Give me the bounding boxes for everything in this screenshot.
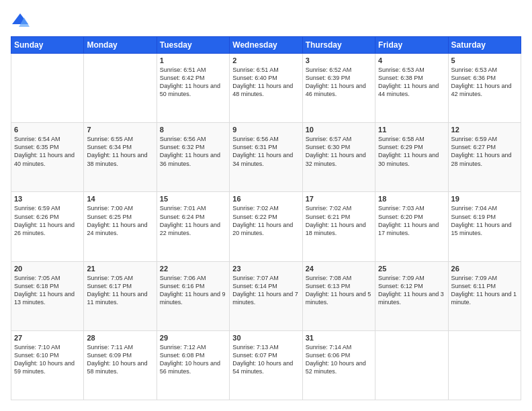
day-number: 28 <box>87 334 153 342</box>
day-number: 30 <box>232 334 299 342</box>
day-number: 1 <box>160 56 226 64</box>
calendar-header: SundayMondayTuesdayWednesdayThursdayFrid… <box>11 37 521 54</box>
calendar-cell: 20Sunrise: 7:05 AMSunset: 6:18 PMDayligh… <box>11 261 84 330</box>
day-number: 26 <box>451 265 518 273</box>
cell-info: Sunrise: 6:59 AMSunset: 6:27 PMDaylight:… <box>451 135 518 168</box>
cell-info: Sunrise: 7:09 AMSunset: 6:12 PMDaylight:… <box>378 274 445 307</box>
calendar-cell: 3Sunrise: 6:52 AMSunset: 6:39 PMDaylight… <box>302 54 375 123</box>
cell-info: Sunrise: 6:57 AMSunset: 6:30 PMDaylight:… <box>306 135 372 168</box>
calendar-cell: 24Sunrise: 7:08 AMSunset: 6:13 PMDayligh… <box>302 261 375 330</box>
cell-info: Sunrise: 6:58 AMSunset: 6:29 PMDaylight:… <box>378 135 445 168</box>
day-number: 8 <box>160 126 226 134</box>
calendar-cell: 31Sunrise: 7:14 AMSunset: 6:06 PMDayligh… <box>302 330 375 400</box>
day-number: 31 <box>306 334 372 342</box>
calendar-cell: 8Sunrise: 6:56 AMSunset: 6:32 PMDaylight… <box>157 123 229 192</box>
day-number: 18 <box>378 195 445 203</box>
day-number: 10 <box>306 126 372 134</box>
cell-info: Sunrise: 6:53 AMSunset: 6:38 PMDaylight:… <box>378 66 445 99</box>
cell-info: Sunrise: 7:13 AMSunset: 6:07 PMDaylight:… <box>232 343 299 376</box>
calendar-cell: 25Sunrise: 7:09 AMSunset: 6:12 PMDayligh… <box>375 261 448 330</box>
page: SundayMondayTuesdayWednesdayThursdayFrid… <box>0 0 532 411</box>
cell-info: Sunrise: 6:56 AMSunset: 6:31 PMDaylight:… <box>232 135 299 168</box>
calendar-cell: 18Sunrise: 7:03 AMSunset: 6:20 PMDayligh… <box>375 192 448 261</box>
day-number: 17 <box>306 195 372 203</box>
week-row-3: 13Sunrise: 6:59 AMSunset: 6:26 PMDayligh… <box>11 192 521 261</box>
calendar-cell: 30Sunrise: 7:13 AMSunset: 6:07 PMDayligh… <box>230 330 302 400</box>
calendar-cell <box>11 54 84 123</box>
cell-info: Sunrise: 7:02 AMSunset: 6:22 PMDaylight:… <box>232 204 299 237</box>
weekday-header-row: SundayMondayTuesdayWednesdayThursdayFrid… <box>11 37 521 54</box>
calendar-cell: 27Sunrise: 7:10 AMSunset: 6:10 PMDayligh… <box>11 330 84 400</box>
cell-info: Sunrise: 7:00 AMSunset: 6:25 PMDaylight:… <box>87 204 153 237</box>
calendar-cell: 1Sunrise: 6:51 AMSunset: 6:42 PMDaylight… <box>157 54 229 123</box>
cell-info: Sunrise: 7:12 AMSunset: 6:08 PMDaylight:… <box>160 343 226 376</box>
cell-info: Sunrise: 7:10 AMSunset: 6:10 PMDaylight:… <box>14 343 81 376</box>
day-number: 14 <box>87 195 153 203</box>
calendar-cell: 28Sunrise: 7:11 AMSunset: 6:09 PMDayligh… <box>84 330 157 400</box>
calendar-cell: 7Sunrise: 6:55 AMSunset: 6:34 PMDaylight… <box>84 123 157 192</box>
cell-info: Sunrise: 7:06 AMSunset: 6:16 PMDaylight:… <box>160 274 226 307</box>
weekday-header-sunday: Sunday <box>11 37 84 54</box>
day-number: 4 <box>378 56 445 64</box>
calendar-cell: 13Sunrise: 6:59 AMSunset: 6:26 PMDayligh… <box>11 192 84 261</box>
calendar-cell <box>448 330 521 400</box>
cell-info: Sunrise: 7:03 AMSunset: 6:20 PMDaylight:… <box>378 204 445 237</box>
weekday-header-friday: Friday <box>375 37 448 54</box>
weekday-header-monday: Monday <box>84 37 157 54</box>
calendar-cell: 21Sunrise: 7:05 AMSunset: 6:17 PMDayligh… <box>84 261 157 330</box>
calendar-cell: 23Sunrise: 7:07 AMSunset: 6:14 PMDayligh… <box>230 261 302 330</box>
calendar-cell: 9Sunrise: 6:56 AMSunset: 6:31 PMDaylight… <box>230 123 302 192</box>
weekday-header-thursday: Thursday <box>302 37 375 54</box>
weekday-header-saturday: Saturday <box>448 37 521 54</box>
calendar-cell <box>375 330 448 400</box>
calendar-cell: 11Sunrise: 6:58 AMSunset: 6:29 PMDayligh… <box>375 123 448 192</box>
calendar-cell: 10Sunrise: 6:57 AMSunset: 6:30 PMDayligh… <box>302 123 375 192</box>
week-row-4: 20Sunrise: 7:05 AMSunset: 6:18 PMDayligh… <box>11 261 521 330</box>
calendar-cell: 17Sunrise: 7:02 AMSunset: 6:21 PMDayligh… <box>302 192 375 261</box>
week-row-1: 1Sunrise: 6:51 AMSunset: 6:42 PMDaylight… <box>11 54 521 123</box>
calendar-cell: 22Sunrise: 7:06 AMSunset: 6:16 PMDayligh… <box>157 261 229 330</box>
calendar-cell: 6Sunrise: 6:54 AMSunset: 6:35 PMDaylight… <box>11 123 84 192</box>
cell-info: Sunrise: 6:51 AMSunset: 6:42 PMDaylight:… <box>160 66 226 99</box>
day-number: 23 <box>232 265 299 273</box>
cell-info: Sunrise: 6:52 AMSunset: 6:39 PMDaylight:… <box>306 66 372 99</box>
calendar-cell: 2Sunrise: 6:51 AMSunset: 6:40 PMDaylight… <box>230 54 302 123</box>
day-number: 21 <box>87 265 153 273</box>
cell-info: Sunrise: 6:51 AMSunset: 6:40 PMDaylight:… <box>232 66 299 99</box>
day-number: 3 <box>306 56 372 64</box>
weekday-header-tuesday: Tuesday <box>157 37 229 54</box>
calendar-cell: 26Sunrise: 7:09 AMSunset: 6:11 PMDayligh… <box>448 261 521 330</box>
cell-info: Sunrise: 7:08 AMSunset: 6:13 PMDaylight:… <box>306 274 372 307</box>
weekday-header-wednesday: Wednesday <box>230 37 302 54</box>
cell-info: Sunrise: 7:09 AMSunset: 6:11 PMDaylight:… <box>451 274 518 307</box>
day-number: 5 <box>451 56 518 64</box>
cell-info: Sunrise: 6:53 AMSunset: 6:36 PMDaylight:… <box>451 66 518 99</box>
calendar-cell: 5Sunrise: 6:53 AMSunset: 6:36 PMDaylight… <box>448 54 521 123</box>
day-number: 2 <box>232 56 299 64</box>
week-row-5: 27Sunrise: 7:10 AMSunset: 6:10 PMDayligh… <box>11 330 521 400</box>
cell-info: Sunrise: 7:02 AMSunset: 6:21 PMDaylight:… <box>306 204 372 237</box>
day-number: 9 <box>232 126 299 134</box>
cell-info: Sunrise: 7:07 AMSunset: 6:14 PMDaylight:… <box>232 274 299 307</box>
logo-icon <box>11 11 30 30</box>
cell-info: Sunrise: 7:11 AMSunset: 6:09 PMDaylight:… <box>87 343 153 376</box>
cell-info: Sunrise: 7:04 AMSunset: 6:19 PMDaylight:… <box>451 204 518 237</box>
calendar-cell: 19Sunrise: 7:04 AMSunset: 6:19 PMDayligh… <box>448 192 521 261</box>
day-number: 22 <box>160 265 226 273</box>
calendar-cell <box>84 54 157 123</box>
header <box>11 11 521 30</box>
day-number: 27 <box>14 334 81 342</box>
calendar-table: SundayMondayTuesdayWednesdayThursdayFrid… <box>11 36 521 400</box>
calendar-cell: 14Sunrise: 7:00 AMSunset: 6:25 PMDayligh… <box>84 192 157 261</box>
cell-info: Sunrise: 7:14 AMSunset: 6:06 PMDaylight:… <box>306 343 372 376</box>
day-number: 16 <box>232 195 299 203</box>
cell-info: Sunrise: 6:54 AMSunset: 6:35 PMDaylight:… <box>14 135 81 168</box>
cell-info: Sunrise: 7:05 AMSunset: 6:17 PMDaylight:… <box>87 274 153 307</box>
logo <box>11 11 32 30</box>
day-number: 19 <box>451 195 518 203</box>
day-number: 25 <box>378 265 445 273</box>
calendar-cell: 29Sunrise: 7:12 AMSunset: 6:08 PMDayligh… <box>157 330 229 400</box>
cell-info: Sunrise: 6:55 AMSunset: 6:34 PMDaylight:… <box>87 135 153 168</box>
calendar-body: 1Sunrise: 6:51 AMSunset: 6:42 PMDaylight… <box>11 54 521 400</box>
day-number: 20 <box>14 265 81 273</box>
